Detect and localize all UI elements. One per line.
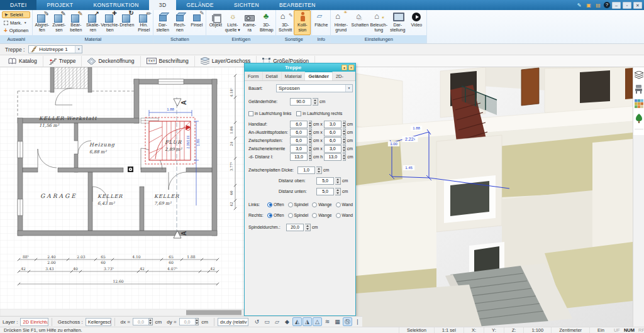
monitor-icon[interactable]: ▭ (262, 317, 272, 326)
ribbon-button-beleuch-tung[interactable]: Beleuch-tung (369, 10, 388, 35)
dy-stepper[interactable] (196, 318, 199, 325)
folder-icon[interactable]: ▣ (585, 2, 592, 9)
radio-rechts-wange[interactable] (312, 213, 317, 218)
selekt-button[interactable]: ➤ Selekt (2, 11, 30, 18)
stepper[interactable] (309, 121, 312, 128)
stepper[interactable] (343, 145, 346, 153)
restore-button[interactable]: ▫ (623, 2, 631, 9)
stepper[interactable] (343, 153, 346, 161)
size-input-0-v2[interactable] (324, 121, 341, 128)
gelaenderhoehe-input[interactable] (290, 98, 311, 106)
dicke-stepper[interactable] (316, 166, 322, 174)
dx-input[interactable] (133, 318, 149, 325)
layer-select[interactable]: 2D Einrichtu ▼ (20, 318, 48, 326)
dialog-close-button[interactable]: ✕ (348, 65, 354, 70)
plan-canvas[interactable]: KELLER Werkstatt11,56 m²Heizung6,88 m²FL… (0, 67, 244, 316)
ribbon-button-licht-quelle[interactable]: Licht-quelle ▾ (224, 10, 241, 35)
stepper[interactable] (309, 145, 312, 153)
ribbon-button-skalie-ren[interactable]: Skalie-ren (84, 10, 101, 35)
ribbon-tab-3d[interactable]: 3D (149, 0, 177, 10)
cursor-icon[interactable]: | (353, 317, 362, 326)
stepper[interactable] (343, 137, 346, 145)
treppe-button[interactable]: Treppe (43, 56, 82, 67)
laufrichtung-rechts-checkbox[interactable] (296, 111, 301, 116)
ribbon-button-hinter-grund[interactable]: Hinter-grund (331, 10, 350, 35)
geschoss-select[interactable]: Kellergesch ▼ (86, 318, 111, 326)
size-input-3-v1[interactable] (290, 145, 308, 153)
ribbon-tab-gelände[interactable]: GELÄNDE (176, 0, 223, 10)
beschriftung-button[interactable]: TXT Beschriftung (141, 56, 195, 67)
ribbon-button-zuwei-sen[interactable]: Zuwei-sen (50, 10, 67, 35)
katalog-button[interactable]: Katalog (3, 56, 43, 67)
terrain-c-icon[interactable]: △ (313, 317, 322, 326)
ribbon-button-3d-schnitt[interactable]: 3D-Schnitt (277, 10, 294, 35)
stepper[interactable] (309, 129, 312, 136)
laufrichtung-links-checkbox[interactable] (248, 111, 253, 116)
size-input-1-v2[interactable] (324, 129, 341, 136)
gelaenderhoehe-stepper[interactable] (313, 98, 318, 106)
tools-icon[interactable]: ✎ (575, 2, 583, 9)
furniture-icon[interactable] (635, 85, 643, 94)
ribbon-tab-konstruktion[interactable]: KONSTRUKTION (83, 0, 148, 10)
rotate-view-icon[interactable]: ↺ (252, 317, 262, 326)
bauart-select[interactable]: Sprossen ▼ (276, 84, 353, 92)
ribbon-button-pinsel[interactable]: Pinsel (188, 10, 205, 35)
minimize-button[interactable]: – (612, 2, 621, 9)
print-icon[interactable]: ▤ (594, 2, 602, 9)
size-input-4-v2[interactable] (324, 153, 341, 161)
dialog-tab-material[interactable]: Material (282, 72, 306, 80)
dialog-tab-gel-nder[interactable]: Geländer (305, 72, 333, 80)
view-3d[interactable]: 1.881.002.22¹1.45 (356, 67, 633, 327)
ribbon-button-objekt[interactable]: Objekt (207, 10, 224, 35)
ribbon-tab-bearbeiten[interactable]: BEARBEITEN (269, 0, 326, 10)
tree-icon[interactable] (635, 114, 643, 123)
size-input-0-v1[interactable] (290, 121, 308, 128)
stepper[interactable] (309, 137, 312, 145)
spindeldurchm-stepper[interactable] (305, 224, 311, 231)
distanz-oben-stepper[interactable] (335, 177, 341, 185)
ribbon-button-verschie-ben[interactable]: Verschie-ben (101, 10, 118, 35)
dialog-tab-form[interactable]: Form (245, 72, 263, 80)
stepper[interactable] (343, 121, 346, 128)
terrain-b-icon[interactable]: ◮ (303, 317, 312, 326)
size-input-1-v1[interactable] (290, 129, 308, 136)
ribbon-tab-datei[interactable]: DATEI (0, 0, 36, 10)
distanz-unten-stepper[interactable] (335, 188, 341, 195)
layers-icon[interactable] (635, 71, 643, 79)
dialog-pin-button[interactable]: ● (341, 65, 347, 70)
optionen-button[interactable]: + Optionen (2, 27, 30, 34)
dialog-tab-2d-ansicht[interactable]: 2D-Ansicht (333, 72, 355, 80)
radio-links-wange[interactable] (312, 202, 317, 207)
size-input-4-v1[interactable] (290, 153, 308, 161)
ribbon-button-dar-stellen[interactable]: Dar-stellen (154, 10, 171, 35)
scrollbar-thumb[interactable] (186, 310, 242, 315)
radio-rechts-spindel[interactable] (288, 213, 293, 218)
ribbon-button-hin-pinsel[interactable]: Hin.Pinsel (135, 10, 152, 35)
view-3d-canvas[interactable]: 1.881.002.22¹1.45 (356, 67, 633, 327)
north-icon[interactable]: Ⓝ (343, 317, 352, 326)
ribbon-button-3d-bitmap[interactable]: 3D-Bitmap (258, 10, 275, 35)
dialog-titlebar[interactable]: Treppe ● ✕ (245, 63, 355, 72)
layers-icon[interactable]: ≋ (323, 317, 332, 326)
ribbon-button-video[interactable]: Video (407, 10, 426, 35)
deckenoeffnung-button[interactable]: Deckenöffnung (82, 56, 140, 67)
terrain-a-icon[interactable]: ◭ (292, 317, 302, 326)
spindeldurchm-input[interactable] (286, 224, 304, 231)
paint-icon[interactable]: ◆ (282, 317, 292, 326)
dx-stepper[interactable] (149, 318, 153, 325)
dicke-input[interactable] (297, 166, 315, 174)
grid-icon[interactable]: ▦ (333, 317, 342, 326)
treppe-select[interactable]: Holztreppe 1 ▼ (28, 45, 82, 53)
ribbon-button-fläche[interactable]: Fläche (313, 10, 330, 35)
distanz-unten-input[interactable] (316, 188, 334, 195)
distanz-oben-input[interactable] (316, 177, 334, 185)
ribbon-button-abgrei-fen[interactable]: Abgrei-fen (33, 10, 50, 35)
mark-button[interactable]: Mark. ▼ (2, 19, 30, 26)
ribbon-button-drehen[interactable]: Drehen (118, 10, 135, 35)
stepper[interactable] (309, 153, 312, 161)
materials-icon[interactable] (635, 99, 643, 108)
ribbon-tab-projekt[interactable]: PROJEKT (36, 0, 83, 10)
plan-hscrollbar[interactable] (0, 309, 244, 316)
coord-mode-select[interactable]: dx,dy (relativ ka ▼ (218, 318, 248, 326)
size-input-3-v2[interactable] (324, 145, 341, 153)
